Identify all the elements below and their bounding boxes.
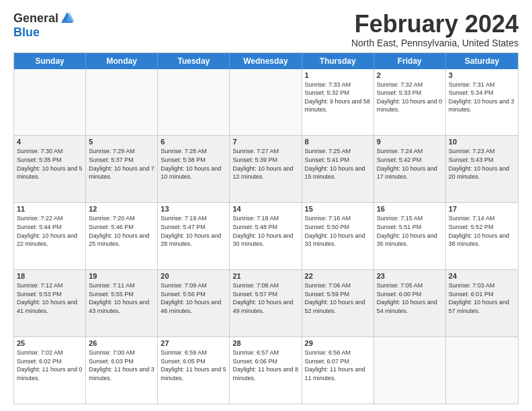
day-info: Sunrise: 7:23 AMSunset: 5:43 PMDaylight:… — [449, 147, 515, 181]
day-number: 2 — [377, 71, 443, 79]
day-number: 8 — [305, 138, 371, 146]
day-number: 10 — [449, 138, 515, 146]
day-info: Sunrise: 7:30 AMSunset: 5:35 PMDaylight:… — [17, 147, 83, 181]
calendar-row-1: 4Sunrise: 7:30 AMSunset: 5:35 PMDaylight… — [14, 135, 518, 202]
month-title: February 2024 — [351, 11, 519, 38]
day-number: 19 — [89, 272, 154, 280]
calendar-cell-w0-d6: 3Sunrise: 7:31 AMSunset: 5:34 PMDaylight… — [446, 69, 518, 136]
day-info: Sunrise: 7:11 AMSunset: 5:55 PMDaylight:… — [89, 281, 154, 315]
day-info: Sunrise: 7:02 AMSunset: 6:02 PMDaylight:… — [17, 349, 83, 382]
header-day-monday: Monday — [86, 53, 158, 69]
day-number: 17 — [449, 205, 515, 213]
calendar-cell-w0-d1 — [86, 69, 158, 136]
day-number: 11 — [17, 205, 83, 213]
day-info: Sunrise: 6:57 AMSunset: 6:06 PMDaylight:… — [232, 349, 298, 382]
day-number: 16 — [377, 205, 443, 213]
day-number: 27 — [161, 339, 226, 347]
day-info: Sunrise: 7:12 AMSunset: 5:53 PMDaylight:… — [17, 281, 83, 315]
day-info: Sunrise: 7:18 AMSunset: 5:48 PMDaylight:… — [232, 214, 298, 248]
day-info: Sunrise: 7:09 AMSunset: 5:56 PMDaylight:… — [161, 281, 226, 315]
calendar-cell-w4-d1: 26Sunrise: 7:00 AMSunset: 6:03 PMDayligh… — [86, 337, 158, 404]
day-info: Sunrise: 7:08 AMSunset: 5:57 PMDaylight:… — [232, 281, 298, 315]
day-number: 4 — [17, 138, 83, 146]
calendar-cell-w3-d0: 18Sunrise: 7:12 AMSunset: 5:53 PMDayligh… — [14, 270, 86, 336]
calendar-cell-w2-d5: 16Sunrise: 7:15 AMSunset: 5:51 PMDayligh… — [374, 203, 446, 269]
calendar-cell-w0-d5: 2Sunrise: 7:32 AMSunset: 5:33 PMDaylight… — [374, 69, 446, 136]
day-number: 23 — [377, 272, 443, 280]
day-number: 28 — [232, 339, 298, 347]
logo: General Blue — [13, 11, 75, 40]
day-info: Sunrise: 7:33 AMSunset: 5:32 PMDaylight:… — [305, 81, 371, 114]
calendar-row-0: 1Sunrise: 7:33 AMSunset: 5:32 PMDaylight… — [14, 69, 518, 136]
header-day-sunday: Sunday — [14, 53, 86, 69]
header-day-tuesday: Tuesday — [158, 53, 230, 69]
day-number: 20 — [161, 272, 226, 280]
calendar-cell-w3-d4: 22Sunrise: 7:06 AMSunset: 5:59 PMDayligh… — [302, 270, 374, 336]
calendar-cell-w3-d2: 20Sunrise: 7:09 AMSunset: 5:56 PMDayligh… — [158, 270, 230, 336]
day-info: Sunrise: 7:03 AMSunset: 6:01 PMDaylight:… — [449, 281, 515, 315]
calendar: SundayMondayTuesdayWednesdayThursdayFrid… — [13, 52, 519, 404]
calendar-cell-w2-d1: 12Sunrise: 7:20 AMSunset: 5:46 PMDayligh… — [86, 203, 158, 269]
calendar-cell-w1-d5: 9Sunrise: 7:24 AMSunset: 5:42 PMDaylight… — [374, 136, 446, 202]
day-info: Sunrise: 7:31 AMSunset: 5:34 PMDaylight:… — [449, 81, 515, 114]
calendar-cell-w3-d3: 21Sunrise: 7:08 AMSunset: 5:57 PMDayligh… — [230, 270, 302, 336]
day-info: Sunrise: 7:19 AMSunset: 5:47 PMDaylight:… — [161, 214, 226, 248]
day-info: Sunrise: 6:56 AMSunset: 6:07 PMDaylight:… — [305, 349, 371, 382]
day-number: 24 — [449, 272, 515, 280]
day-info: Sunrise: 7:28 AMSunset: 5:38 PMDaylight:… — [161, 147, 226, 181]
calendar-cell-w0-d4: 1Sunrise: 7:33 AMSunset: 5:32 PMDaylight… — [302, 69, 374, 136]
calendar-cell-w1-d4: 8Sunrise: 7:25 AMSunset: 5:41 PMDaylight… — [302, 136, 374, 202]
calendar-cell-w4-d3: 28Sunrise: 6:57 AMSunset: 6:06 PMDayligh… — [230, 337, 302, 404]
calendar-cell-w0-d3 — [230, 69, 302, 136]
calendar-cell-w0-d0 — [14, 69, 86, 136]
day-number: 15 — [305, 205, 371, 213]
calendar-cell-w2-d6: 17Sunrise: 7:14 AMSunset: 5:52 PMDayligh… — [446, 203, 518, 269]
calendar-cell-w1-d2: 6Sunrise: 7:28 AMSunset: 5:38 PMDaylight… — [158, 136, 230, 202]
day-info: Sunrise: 7:16 AMSunset: 5:50 PMDaylight:… — [305, 214, 371, 248]
title-block: February 2024 North East, Pennsylvania, … — [351, 11, 519, 48]
day-number: 29 — [305, 339, 371, 347]
header-day-friday: Friday — [374, 53, 446, 69]
day-number: 18 — [17, 272, 83, 280]
day-number: 3 — [449, 71, 515, 79]
day-info: Sunrise: 7:32 AMSunset: 5:33 PMDaylight:… — [377, 81, 443, 114]
day-info: Sunrise: 7:06 AMSunset: 5:59 PMDaylight:… — [305, 281, 371, 315]
header-day-thursday: Thursday — [302, 53, 374, 69]
calendar-cell-w3-d1: 19Sunrise: 7:11 AMSunset: 5:55 PMDayligh… — [86, 270, 158, 336]
day-info: Sunrise: 7:29 AMSunset: 5:37 PMDaylight:… — [89, 147, 154, 181]
day-info: Sunrise: 7:24 AMSunset: 5:42 PMDaylight:… — [377, 147, 443, 181]
calendar-cell-w4-d2: 27Sunrise: 6:59 AMSunset: 6:05 PMDayligh… — [158, 337, 230, 404]
day-info: Sunrise: 7:20 AMSunset: 5:46 PMDaylight:… — [89, 214, 154, 248]
day-info: Sunrise: 7:00 AMSunset: 6:03 PMDaylight:… — [89, 349, 154, 382]
calendar-cell-w3-d5: 23Sunrise: 7:05 AMSunset: 6:00 PMDayligh… — [374, 270, 446, 336]
calendar-cell-w1-d6: 10Sunrise: 7:23 AMSunset: 5:43 PMDayligh… — [446, 136, 518, 202]
calendar-cell-w2-d4: 15Sunrise: 7:16 AMSunset: 5:50 PMDayligh… — [302, 203, 374, 269]
day-info: Sunrise: 7:05 AMSunset: 6:00 PMDaylight:… — [377, 281, 443, 315]
day-info: Sunrise: 7:27 AMSunset: 5:39 PMDaylight:… — [232, 147, 298, 181]
calendar-cell-w2-d2: 13Sunrise: 7:19 AMSunset: 5:47 PMDayligh… — [158, 203, 230, 269]
header-day-wednesday: Wednesday — [230, 53, 302, 69]
day-info: Sunrise: 6:59 AMSunset: 6:05 PMDaylight:… — [161, 349, 226, 382]
day-number: 1 — [305, 71, 371, 79]
calendar-cell-w1-d1: 5Sunrise: 7:29 AMSunset: 5:37 PMDaylight… — [86, 136, 158, 202]
day-number: 14 — [232, 205, 298, 213]
calendar-cell-w4-d4: 29Sunrise: 6:56 AMSunset: 6:07 PMDayligh… — [302, 337, 374, 404]
calendar-cell-w0-d2 — [158, 69, 230, 136]
day-number: 25 — [17, 339, 83, 347]
subtitle: North East, Pennsylvania, United States — [351, 38, 519, 48]
calendar-body: 1Sunrise: 7:33 AMSunset: 5:32 PMDaylight… — [14, 69, 518, 404]
header-day-saturday: Saturday — [446, 53, 518, 69]
day-number: 9 — [377, 138, 443, 146]
calendar-header: SundayMondayTuesdayWednesdayThursdayFrid… — [14, 53, 518, 69]
logo-blue-text: Blue — [13, 26, 40, 40]
calendar-row-3: 18Sunrise: 7:12 AMSunset: 5:53 PMDayligh… — [14, 269, 518, 336]
day-info: Sunrise: 7:22 AMSunset: 5:44 PMDaylight:… — [17, 214, 83, 248]
calendar-row-4: 25Sunrise: 7:02 AMSunset: 6:02 PMDayligh… — [14, 336, 518, 404]
day-number: 26 — [89, 339, 154, 347]
calendar-row-2: 11Sunrise: 7:22 AMSunset: 5:44 PMDayligh… — [14, 202, 518, 269]
calendar-cell-w1-d3: 7Sunrise: 7:27 AMSunset: 5:39 PMDaylight… — [230, 136, 302, 202]
day-number: 21 — [232, 272, 298, 280]
logo-icon — [60, 11, 75, 26]
day-number: 12 — [89, 205, 154, 213]
calendar-cell-w4-d5 — [374, 337, 446, 404]
